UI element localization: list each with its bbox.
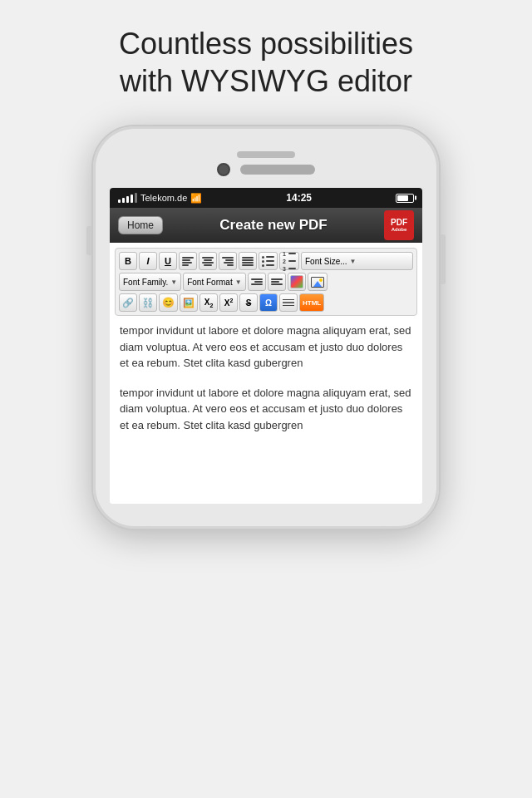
front-camera bbox=[217, 163, 230, 176]
content-paragraph-2: tempor invidunt ut labore et dolore magn… bbox=[120, 385, 412, 434]
editor-area: B I U bbox=[110, 243, 422, 504]
align-right-button[interactable] bbox=[219, 252, 237, 270]
home-button[interactable]: Home bbox=[118, 216, 163, 234]
font-format-dropdown-arrow: ▼ bbox=[235, 278, 242, 286]
font-family-select[interactable]: Font Family. ▼ bbox=[119, 273, 181, 291]
phone-top bbox=[110, 151, 422, 176]
pdf-label: PDF bbox=[391, 219, 407, 227]
font-format-label: Font Format bbox=[187, 278, 232, 287]
headline-line1: Countless possibilities bbox=[119, 27, 413, 61]
font-size-dropdown-arrow: ▼ bbox=[350, 258, 357, 265]
emoji-button[interactable]: 😊 bbox=[159, 293, 178, 312]
special-char-button[interactable]: Ω bbox=[259, 293, 278, 312]
nav-bar: Home Create new PDF PDF Adobe bbox=[110, 208, 422, 243]
indent-right-button[interactable] bbox=[268, 273, 286, 291]
carrier-text: Telekom.de bbox=[140, 193, 187, 203]
pdf-icon-button[interactable]: PDF Adobe bbox=[384, 210, 414, 240]
content-paragraph-1: tempor invidunt ut labore et dolore magn… bbox=[120, 323, 412, 372]
superscript-icon: X2 bbox=[224, 298, 234, 308]
font-size-label: Font Size... bbox=[305, 257, 347, 266]
unlink-icon: ⛓️ bbox=[142, 298, 154, 308]
toolbar-row-1: B I U bbox=[119, 252, 413, 270]
font-size-select[interactable]: Font Size... ▼ bbox=[301, 252, 413, 270]
camera-row bbox=[217, 163, 315, 176]
font-family-dropdown-arrow: ▼ bbox=[170, 278, 177, 286]
battery-fill bbox=[397, 195, 408, 201]
strikethrough-button[interactable]: S bbox=[239, 293, 258, 312]
status-left: Telekom.de 📶 bbox=[118, 193, 202, 204]
special-char-icon: Ω bbox=[265, 298, 272, 308]
insert-button[interactable]: 🖼️ bbox=[180, 293, 198, 312]
phone-screen: Telekom.de 📶 14:25 Home Create new PDF P… bbox=[110, 188, 422, 504]
status-right bbox=[396, 194, 414, 203]
earpiece-speaker bbox=[240, 165, 315, 175]
nav-title: Create new PDF bbox=[219, 217, 327, 234]
horizontal-rule-button[interactable] bbox=[279, 293, 298, 312]
status-bar: Telekom.de 📶 14:25 bbox=[110, 188, 422, 208]
adobe-label: Adobe bbox=[392, 227, 407, 232]
toolbar-row-3: 🔗 ⛓️ 😊 🖼️ X2 bbox=[119, 293, 413, 312]
phone-shell: Telekom.de 📶 14:25 Home Create new PDF P… bbox=[91, 125, 441, 530]
bold-button[interactable]: B bbox=[119, 252, 137, 270]
color-picker-button[interactable] bbox=[288, 273, 306, 291]
headline-text: Countless possibilities with WYSIWYG edi… bbox=[69, 0, 463, 116]
unordered-list-button[interactable] bbox=[259, 252, 278, 270]
battery-icon bbox=[396, 194, 414, 203]
superscript-button[interactable]: X2 bbox=[219, 293, 238, 312]
unlink-button[interactable]: ⛓️ bbox=[139, 293, 157, 312]
link-icon: 🔗 bbox=[122, 298, 134, 308]
subscript-button[interactable]: X2 bbox=[200, 293, 218, 312]
top-speaker bbox=[237, 151, 295, 158]
font-family-label: Font Family. bbox=[123, 278, 168, 287]
align-left-button[interactable] bbox=[179, 252, 197, 270]
insert-image-button[interactable] bbox=[308, 273, 328, 291]
html-source-button[interactable]: HTML bbox=[299, 293, 324, 312]
content-area[interactable]: tempor invidunt ut labore et dolore magn… bbox=[115, 316, 417, 499]
indent-left-button[interactable] bbox=[248, 273, 266, 291]
insert-icon: 🖼️ bbox=[183, 298, 195, 308]
link-button[interactable]: 🔗 bbox=[119, 293, 137, 312]
subscript-icon: X2 bbox=[204, 298, 214, 308]
signal-icon bbox=[118, 193, 137, 203]
justify-button[interactable] bbox=[239, 252, 257, 270]
status-time: 14:25 bbox=[286, 192, 312, 204]
editor-toolbar: B I U bbox=[115, 248, 417, 316]
wifi-icon: 📶 bbox=[190, 193, 202, 204]
font-format-select[interactable]: Font Format ▼ bbox=[183, 273, 245, 291]
strikethrough-icon: S bbox=[246, 298, 252, 308]
emoji-icon: 😊 bbox=[162, 297, 175, 308]
align-center-button[interactable] bbox=[199, 252, 217, 270]
headline-line2: with WYSIWYG editor bbox=[120, 64, 412, 98]
italic-button[interactable]: I bbox=[139, 252, 157, 270]
underline-button[interactable]: U bbox=[159, 252, 177, 270]
html-icon: HTML bbox=[303, 299, 321, 307]
toolbar-row-2: Font Family. ▼ Font Format ▼ bbox=[119, 273, 413, 291]
ordered-list-button[interactable]: 1 2 3 bbox=[279, 252, 299, 270]
